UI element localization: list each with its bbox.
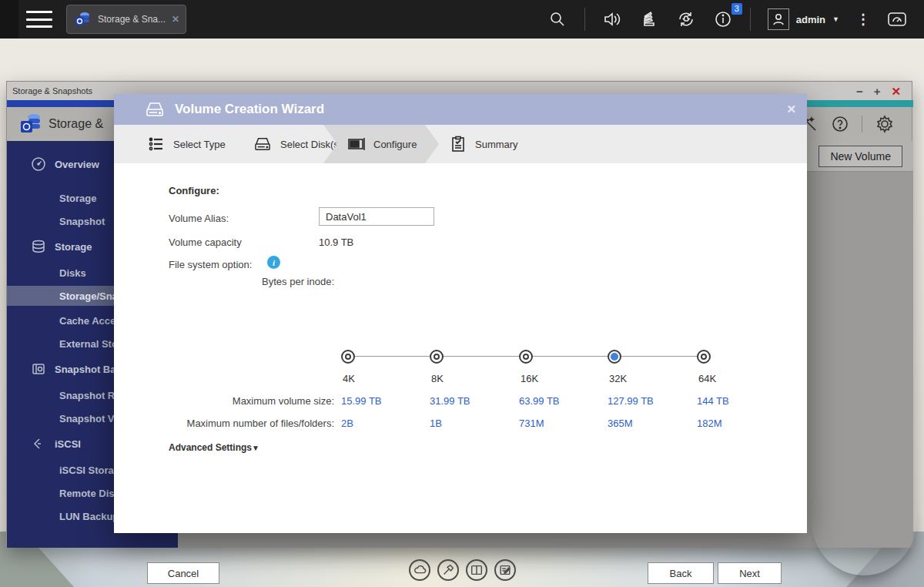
max-files-label: Maximum number of files/folders: [114, 418, 334, 429]
gauge-icon [30, 156, 47, 172]
firmware-update-icon[interactable] [676, 9, 696, 29]
max-size-value: 15.99 TB [341, 395, 382, 407]
inode-radio-8k[interactable] [430, 350, 444, 364]
main-menu-icon[interactable] [26, 11, 52, 28]
background-tasks-icon[interactable] [639, 9, 659, 29]
tools-icon[interactable] [437, 559, 459, 581]
taskbar-edge [0, 0, 18, 39]
header-separator [862, 116, 862, 132]
inode-option-label: 4K [343, 373, 355, 384]
file-system-option-label: File system option: [169, 259, 252, 270]
inode-radio-16k[interactable] [519, 350, 533, 364]
inode-radio-4k[interactable] [341, 350, 355, 364]
bytes-per-inode-label: Bytes per inode: [114, 276, 334, 287]
wizard-body: Configure: Volume Alias: Volume capacity… [114, 163, 807, 533]
camera-icon [30, 361, 47, 377]
notifications-icon[interactable]: 3 [713, 9, 733, 29]
tab-label: Storage & Sna... [98, 14, 166, 25]
maximize-icon[interactable]: + [874, 86, 881, 97]
cancel-button[interactable]: Cancel [147, 562, 219, 584]
notification-badge: 3 [732, 3, 742, 15]
next-button[interactable]: Next [718, 562, 782, 584]
volume-capacity-label: Volume capacity [169, 236, 242, 248]
max-files-value: 2B [341, 418, 353, 429]
max-size-value: 144 TB [697, 395, 729, 407]
list-icon [148, 136, 165, 153]
max-size-value: 127.99 TB [608, 395, 654, 407]
help-icon[interactable] [831, 115, 849, 133]
desktop-dock [409, 559, 516, 581]
inode-option-label: 16K [521, 373, 538, 384]
wizard-steps: Select Type Select Disk(s) Configure Sum… [114, 125, 807, 163]
inode-option-label: 8K [431, 373, 444, 384]
disk-icon [145, 101, 165, 118]
window-title: Storage & Snapshots [7, 86, 92, 96]
chevron-down-icon: ▼ [832, 15, 839, 23]
inode-radio-32k[interactable] [608, 350, 621, 364]
summary-clipboard-icon [450, 136, 467, 153]
more-options-icon[interactable]: ⋮ [856, 11, 870, 28]
advanced-settings-toggle[interactable]: Advanced Settings▼ [169, 442, 259, 453]
cloud-icon[interactable] [409, 559, 430, 581]
info-icon[interactable]: i [267, 256, 280, 269]
storage-app-icon [73, 10, 92, 29]
volume-icon[interactable] [602, 9, 622, 29]
max-files-value: 1B [430, 418, 442, 429]
inode-radio-64k[interactable] [697, 350, 711, 364]
max-files-value: 365M [608, 418, 633, 429]
back-button[interactable]: Back [648, 562, 714, 584]
gear-icon[interactable] [875, 114, 895, 134]
max-size-value: 31.99 TB [430, 395, 470, 407]
dialog-titlebar: Volume Creation Wizard ✕ [114, 94, 807, 125]
step-configure[interactable]: Configure [323, 125, 439, 163]
app-header-title: Storage & [49, 117, 103, 131]
swirl-logo [811, 462, 917, 575]
notes-icon[interactable] [494, 559, 516, 581]
max-size-value: 63.99 TB [519, 395, 560, 407]
database-icon [30, 239, 47, 254]
partition-icon [346, 136, 365, 152]
new-volume-button[interactable]: New Volume [819, 146, 902, 167]
inode-option-label: 32K [609, 373, 627, 384]
storage-app-icon [18, 111, 44, 137]
book-icon[interactable] [466, 559, 487, 581]
search-icon[interactable] [547, 9, 567, 29]
admin-label: admin [796, 14, 825, 25]
admin-menu[interactable]: admin ▼ [768, 8, 839, 30]
disk-icon [253, 136, 272, 152]
taskbar: Storage & Sna... ✕ 3 [0, 0, 924, 39]
volume-creation-wizard-dialog: Volume Creation Wizard ✕ Select Type Sel… [114, 94, 807, 533]
step-summary[interactable]: Summary [450, 125, 518, 163]
dashboard-icon[interactable] [887, 9, 907, 29]
max-volume-size-label: Maximum volume size: [114, 395, 334, 407]
volume-alias-label: Volume Alias: [169, 213, 229, 224]
taskbar-separator [750, 8, 751, 31]
tab-close-icon[interactable]: ✕ [172, 14, 179, 25]
max-files-value: 731M [519, 418, 544, 429]
taskbar-separator [584, 8, 585, 31]
dialog-close-icon[interactable]: ✕ [786, 102, 796, 116]
window-close-icon[interactable]: ✕ [891, 86, 901, 97]
chevron-down-icon: ▼ [252, 444, 259, 452]
dialog-title: Volume Creation Wizard [175, 102, 324, 117]
iscsi-icon [30, 436, 47, 451]
max-files-value: 182M [697, 418, 722, 429]
configure-section-title: Configure: [169, 185, 219, 196]
step-select-type[interactable]: Select Type [148, 125, 226, 163]
taskbar-tab-storage[interactable]: Storage & Sna... ✕ [66, 5, 186, 34]
desktop: Storage & Sna... ✕ 3 [0, 0, 924, 587]
user-icon [768, 8, 789, 30]
minimize-icon[interactable]: − [856, 86, 863, 97]
volume-alias-input[interactable] [319, 207, 434, 226]
inode-option-label: 64K [698, 373, 716, 384]
volume-capacity-value: 10.9 TB [319, 236, 353, 248]
